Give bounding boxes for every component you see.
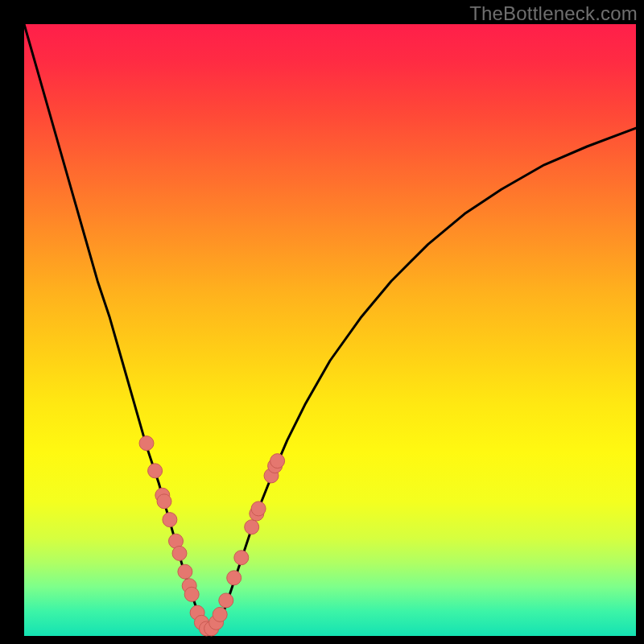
data-marker (219, 593, 233, 608)
data-marker (157, 494, 171, 509)
data-marker (163, 513, 177, 527)
data-marker (172, 546, 187, 560)
bottleneck-curve (24, 24, 636, 630)
data-marker (139, 436, 154, 451)
data-marker (148, 464, 163, 478)
marker-group (139, 436, 285, 636)
chart-frame: TheBottleneck.com (0, 0, 644, 644)
data-marker (251, 502, 266, 516)
data-marker (270, 454, 285, 469)
data-marker (234, 551, 249, 565)
data-marker (227, 571, 242, 585)
data-marker (245, 520, 259, 535)
plot-area (24, 24, 636, 636)
data-marker (213, 607, 227, 621)
data-marker (184, 587, 199, 601)
curve-svg (24, 24, 636, 636)
data-marker (178, 564, 192, 579)
watermark-text: TheBottleneck.com (469, 2, 638, 25)
